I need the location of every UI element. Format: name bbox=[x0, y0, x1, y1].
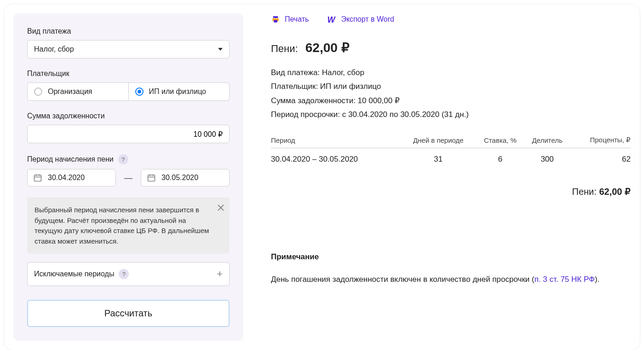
payer-option-ip-label: ИП или физлицо bbox=[149, 88, 207, 96]
svg-rect-4 bbox=[148, 175, 155, 181]
radio-icon bbox=[34, 88, 42, 96]
period-field: Период начисления пени ? 30.04.2020 — 30… bbox=[27, 154, 230, 187]
cell-rate: 6 bbox=[476, 148, 525, 164]
svg-rect-10 bbox=[273, 16, 278, 18]
payer-option-ip[interactable]: ИП или физлицо bbox=[129, 83, 230, 100]
note-text-before: День погашения задолженности включен в к… bbox=[271, 275, 535, 284]
total-label: Пени: bbox=[572, 187, 597, 197]
total-amount: 62,00 ₽ bbox=[599, 187, 631, 197]
note-law-link[interactable]: п. 3 ст. 75 НК РФ bbox=[535, 275, 595, 284]
penalty-title-label: Пени: bbox=[271, 43, 298, 54]
th-period: Период bbox=[271, 136, 401, 148]
meta-payer: Плательщик: ИП или физлицо bbox=[271, 82, 631, 91]
cell-div: 300 bbox=[524, 148, 570, 164]
amount-input[interactable] bbox=[27, 125, 230, 143]
amount-label: Сумма задолженности bbox=[27, 112, 230, 120]
plus-icon: + bbox=[217, 268, 223, 280]
note-title: Примечание bbox=[271, 252, 631, 262]
warning-text: Выбранный период начисления пени заверши… bbox=[34, 206, 209, 245]
period-label: Период начисления пени bbox=[27, 155, 114, 163]
word-icon: W bbox=[327, 15, 336, 23]
cell-int: 62 bbox=[570, 148, 631, 164]
calendar-icon bbox=[147, 173, 156, 182]
help-icon[interactable]: ? bbox=[119, 269, 129, 279]
radio-icon bbox=[135, 88, 144, 96]
payer-radio-group: Организация ИП или физлицо bbox=[27, 82, 230, 101]
payment-type-field: Вид платежа Налог, сбор bbox=[27, 27, 230, 58]
warning-box: Выбранный период начисления пени заверши… bbox=[27, 198, 230, 254]
payer-option-org-label: Организация bbox=[48, 88, 92, 96]
date-from-input[interactable]: 30.04.2020 bbox=[27, 169, 116, 187]
th-int: Проценты, ₽ bbox=[570, 136, 631, 148]
export-word-label: Экспорт в Word bbox=[341, 15, 394, 23]
meta-payment-type: Вид платежа: Налог, сбор bbox=[271, 68, 631, 77]
th-days: Дней в периоде bbox=[401, 136, 476, 148]
amount-field: Сумма задолженности bbox=[27, 112, 230, 143]
th-rate: Ставка, % bbox=[476, 136, 525, 148]
payment-type-select[interactable]: Налог, сбор bbox=[27, 40, 230, 58]
penalty-total-row: Пени: 62,00 ₽ bbox=[271, 186, 631, 197]
svg-rect-0 bbox=[34, 175, 41, 181]
penalty-total-heading: Пени: 62,00 ₽ bbox=[271, 40, 631, 55]
svg-rect-12 bbox=[274, 20, 277, 23]
meta-amount: Сумма задолженности: 10 000,00 ₽ bbox=[271, 96, 631, 105]
close-icon[interactable] bbox=[218, 203, 224, 214]
help-icon[interactable]: ? bbox=[118, 154, 128, 164]
calculate-button[interactable]: Рассчитать bbox=[27, 300, 230, 327]
print-button[interactable]: Печать bbox=[271, 15, 309, 23]
exclude-periods-label: Исключаемые периоды bbox=[34, 270, 114, 278]
payer-option-org[interactable]: Организация bbox=[28, 83, 129, 100]
cell-days: 31 bbox=[401, 148, 476, 164]
cell-period: 30.04.2020 – 30.05.2020 bbox=[271, 148, 401, 164]
meta-period: Период просрочки: с 30.04.2020 по 30.05.… bbox=[271, 110, 631, 119]
payer-label: Плательщик bbox=[27, 70, 230, 78]
calendar-icon bbox=[33, 173, 42, 182]
chevron-down-icon bbox=[218, 48, 223, 51]
result-panel: Печать W Экспорт в Word Пени: 62,00 ₽ Ви… bbox=[271, 13, 631, 341]
note-text: День погашения задолженности включен в к… bbox=[271, 274, 631, 286]
exclude-periods-toggle[interactable]: Исключаемые периоды ? + bbox=[27, 262, 230, 286]
payment-type-label: Вид платежа bbox=[27, 27, 230, 35]
date-to-input[interactable]: 30.05.2020 bbox=[141, 169, 230, 187]
date-range-dash: — bbox=[124, 173, 132, 183]
date-to-value: 30.05.2020 bbox=[161, 174, 198, 182]
calculation-table: Период Дней в периоде Ставка, % Делитель… bbox=[271, 136, 631, 164]
table-row: 30.04.2020 – 30.05.2020 31 6 300 62 bbox=[271, 148, 631, 164]
print-icon bbox=[271, 15, 280, 23]
form-panel: Вид платежа Налог, сбор Плательщик Орган… bbox=[13, 13, 243, 341]
payer-field: Плательщик Организация ИП или физлицо bbox=[27, 70, 230, 101]
export-word-button[interactable]: W Экспорт в Word bbox=[327, 15, 394, 23]
note-text-after: ). bbox=[595, 275, 599, 284]
calculator-layout: Вид платежа Налог, сбор Плательщик Орган… bbox=[4, 4, 640, 350]
payment-type-value: Налог, сбор bbox=[34, 45, 74, 53]
print-label: Печать bbox=[285, 15, 309, 23]
date-from-value: 30.04.2020 bbox=[48, 174, 85, 182]
th-div: Делитель bbox=[524, 136, 570, 148]
penalty-title-amount: 62,00 ₽ bbox=[305, 41, 350, 55]
